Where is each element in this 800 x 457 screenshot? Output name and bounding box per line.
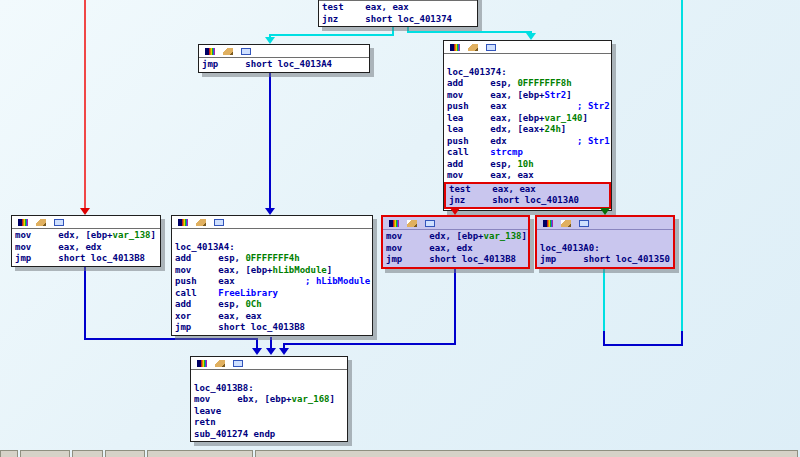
node-loc-4013B8[interactable]: loc_4013B8:mov ebx, [ebp+var_168]leavere… [190, 356, 348, 442]
asm-line[interactable]: jnz short loc_4013A0 [449, 195, 609, 207]
asm-line[interactable]: add esp, 0Ch [175, 299, 371, 311]
asm-line[interactable]: mov eax, [ebp+Str2] [447, 90, 610, 102]
asm-line[interactable]: retn [194, 417, 346, 429]
asm-line[interactable] [540, 231, 672, 243]
graph-palette-icon[interactable] [18, 219, 28, 226]
asm-line[interactable]: lea edx, [eax+24h] [447, 124, 610, 136]
statusbar-segment[interactable] [72, 450, 103, 457]
asm-line[interactable]: mov eax, edx [15, 242, 159, 254]
asm-line[interactable]: loc_4013A0: [540, 243, 672, 255]
frame-window-icon[interactable] [214, 219, 224, 226]
code-body: mov edx, [ebp+var_138]mov eax, edxjmp sh… [383, 230, 528, 267]
asm-line[interactable]: mov eax, eax [447, 170, 610, 182]
asm-line[interactable]: call strcmp [447, 147, 610, 159]
asm-line[interactable]: push eax ; hLibModule [175, 276, 371, 288]
arrowhead-green-3A0-block [600, 208, 610, 215]
collapse-node-icon[interactable] [561, 220, 571, 227]
node-loc-4013A4[interactable]: loc_4013A4:add esp, 0FFFFFFF4hmov eax, [… [171, 215, 373, 336]
node-mov-edx-left[interactable]: mov edx, [ebp+var_138]mov eax, edxjmp sh… [11, 215, 161, 267]
collapse-node-icon[interactable] [196, 219, 206, 226]
frame-window-icon[interactable] [241, 48, 251, 55]
ida-graph-canvas[interactable]: test eax, eaxjnz short loc_401374 jmp sh… [0, 0, 800, 457]
asm-line[interactable]: leave [194, 406, 346, 418]
asm-line[interactable]: jmp short loc_401350 [540, 254, 672, 266]
asm-line[interactable] [194, 371, 346, 383]
frame-window-icon[interactable] [579, 220, 589, 227]
collapse-node-icon[interactable] [215, 360, 225, 367]
statusbar-segment[interactable] [255, 450, 798, 457]
frame-window-icon[interactable] [233, 360, 243, 367]
asm-line[interactable]: sub_401274 endp [194, 429, 346, 441]
statusbar-segment[interactable] [105, 450, 145, 457]
asm-line[interactable]: lea eax, [ebp+var_140] [447, 113, 610, 125]
edge-blue-mov-to-3B8-v1 [454, 269, 456, 345]
collapse-node-icon[interactable] [407, 220, 417, 227]
arrowhead-cyan-jmp-block [265, 37, 275, 44]
asm-line[interactable]: add esp, 0FFFFFFF8h [447, 78, 610, 90]
graph-palette-icon[interactable] [178, 219, 188, 226]
node-test-jnz-top[interactable]: test eax, eaxjnz short loc_401374 [318, 0, 478, 27]
asm-line[interactable]: mov edx, [ebp+var_138] [15, 230, 159, 242]
node-titlebar [191, 357, 347, 370]
edge-blue-mov-to-3B8-h [284, 343, 456, 345]
statusbar-segment[interactable] [147, 450, 253, 457]
asm-line[interactable]: mov eax, edx [386, 243, 527, 255]
arrowhead-red-mov-block [450, 208, 460, 215]
frame-window-icon[interactable] [54, 219, 64, 226]
edge-red-incoming-v [84, 0, 86, 208]
asm-line[interactable] [447, 55, 610, 67]
code-body: mov edx, [ebp+var_138]mov eax, edxjmp sh… [12, 229, 160, 266]
graph-palette-icon[interactable] [450, 44, 460, 51]
asm-line[interactable]: jmp short loc_4013B8 [15, 253, 159, 265]
asm-line[interactable] [175, 230, 371, 242]
asm-line[interactable]: jmp short loc_4013A4 [202, 59, 368, 71]
asm-line[interactable]: mov edx, [ebp+var_138] [386, 231, 527, 243]
statusbar-segment[interactable] [20, 450, 70, 457]
asm-line[interactable]: add esp, 10h [447, 159, 610, 171]
collapse-node-icon[interactable] [36, 219, 46, 226]
asm-line[interactable]: jmp short loc_4013B8 [386, 254, 527, 266]
asm-line[interactable]: xor eax, eax [175, 311, 371, 323]
graph-palette-icon[interactable] [543, 220, 553, 227]
code-body: jmp short loc_4013A4 [199, 58, 369, 72]
asm-line[interactable]: test eax, eax [322, 2, 476, 14]
code-body: loc_4013A4:add esp, 0FFFFFFF4hmov eax, [… [172, 229, 372, 335]
edge-cyan-top-to-374-h [407, 31, 532, 33]
code-body: loc_4013A0:jmp short loc_401350 [537, 230, 673, 267]
graph-palette-icon[interactable] [389, 220, 399, 227]
node-titlebar [172, 216, 372, 229]
node-titlebar [12, 216, 160, 229]
arrowhead-cyan-374-block [526, 33, 536, 40]
frame-window-icon[interactable] [486, 44, 496, 51]
asm-line[interactable]: mov eax, [ebp+hLibModule] [175, 265, 371, 277]
asm-line[interactable]: test eax, eax [449, 184, 609, 196]
statusbar-segment[interactable] [0, 450, 18, 457]
edge-cyan-top-to-jmp-h [269, 34, 394, 36]
asm-line[interactable]: add esp, 0FFFFFFF4h [175, 253, 371, 265]
asm-line[interactable]: call FreeLibrary [175, 288, 371, 300]
asm-line[interactable]: jnz short loc_401374 [322, 14, 476, 26]
collapse-node-icon[interactable] [468, 44, 478, 51]
graph-palette-icon[interactable] [197, 360, 207, 367]
asm-line[interactable]: loc_401374: [447, 67, 610, 79]
asm-line[interactable]: push edx ; Str1 [447, 136, 610, 148]
asm-line[interactable]: jmp short loc_4013B8 [175, 322, 371, 334]
node-loc-4013A0[interactable]: loc_4013A0:jmp short loc_401350 [535, 215, 675, 269]
node-mov-edx-highlighted[interactable]: mov edx, [ebp+var_138]mov eax, edxjmp sh… [381, 215, 530, 269]
arrowhead-blue-3A4-block [265, 208, 275, 215]
asm-line[interactable]: loc_4013B8: [194, 383, 346, 395]
asm-line[interactable]: push eax ; Str2 [447, 101, 610, 113]
node-loc-401374[interactable]: loc_401374:add esp, 0FFFFFFF8hmov eax, [… [443, 40, 612, 211]
edge-cyan-3A0-down-v [603, 269, 605, 331]
graph-palette-icon[interactable] [205, 48, 215, 55]
arrowhead-blue-3B8-left [252, 348, 262, 355]
node-jmp-4013A4[interactable]: jmp short loc_4013A4 [198, 44, 370, 73]
collapse-node-icon[interactable] [223, 48, 233, 55]
edge-blue-left-to-3B8-v1 [84, 267, 86, 340]
asm-line[interactable]: loc_4013A4: [175, 242, 371, 254]
frame-window-icon[interactable] [425, 220, 435, 227]
node-titlebar [444, 41, 611, 54]
edge-blue-left-to-3B8-h [84, 338, 258, 340]
arrowhead-red-left-block [80, 208, 90, 215]
asm-line[interactable]: mov ebx, [ebp+var_168] [194, 394, 346, 406]
